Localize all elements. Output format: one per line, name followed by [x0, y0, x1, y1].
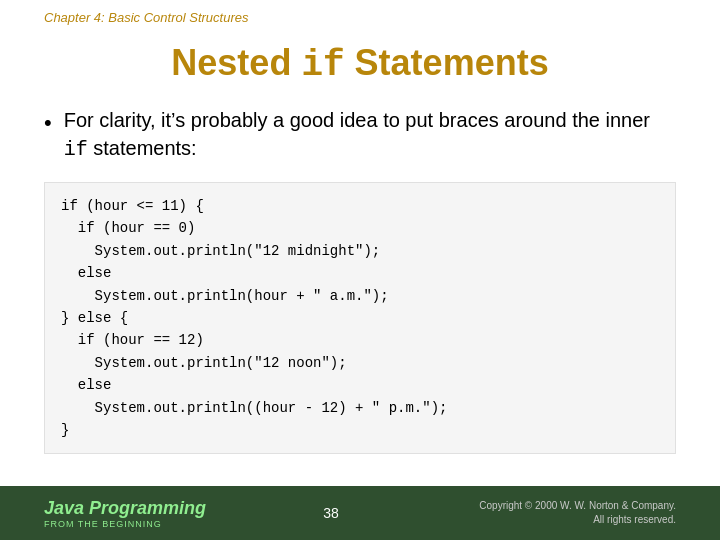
slide-title: Nested if Statements — [0, 42, 720, 86]
footer-copyright-line2: All rights reserved. — [456, 513, 676, 527]
bullet-text: For clarity, it’s probably a good idea t… — [64, 106, 676, 164]
footer: Java Programming FROM THE BEGINNING 38 C… — [0, 486, 720, 540]
footer-page-number: 38 — [206, 505, 456, 521]
footer-brand: Java Programming FROM THE BEGINNING — [44, 498, 206, 529]
footer-copyright: Copyright © 2000 W. W. Norton & Company.… — [456, 499, 676, 527]
chapter-title: Chapter 4: Basic Control Structures — [44, 10, 248, 25]
slide-title-suffix: Statements — [345, 42, 549, 83]
footer-brand-main: Java Programming — [44, 498, 206, 519]
footer-copyright-line1: Copyright © 2000 W. W. Norton & Company. — [456, 499, 676, 513]
bullet-text-before: For clarity, it’s probably a good idea t… — [64, 109, 650, 131]
bullet-text-after: statements: — [88, 137, 197, 159]
code-block: if (hour <= 11) { if (hour == 0) System.… — [44, 182, 676, 454]
bullet-inline-code: if — [64, 138, 88, 161]
bullet-dot: • — [44, 108, 52, 139]
slide-title-code: if — [301, 45, 344, 86]
bullet-item: • For clarity, it’s probably a good idea… — [44, 106, 676, 164]
slide-page: Chapter 4: Basic Control Structures Nest… — [0, 0, 720, 540]
chapter-header: Chapter 4: Basic Control Structures — [0, 0, 720, 26]
bullet-section: • For clarity, it’s probably a good idea… — [0, 106, 720, 164]
footer-brand-sub: FROM THE BEGINNING — [44, 519, 206, 529]
slide-title-prefix: Nested — [171, 42, 301, 83]
